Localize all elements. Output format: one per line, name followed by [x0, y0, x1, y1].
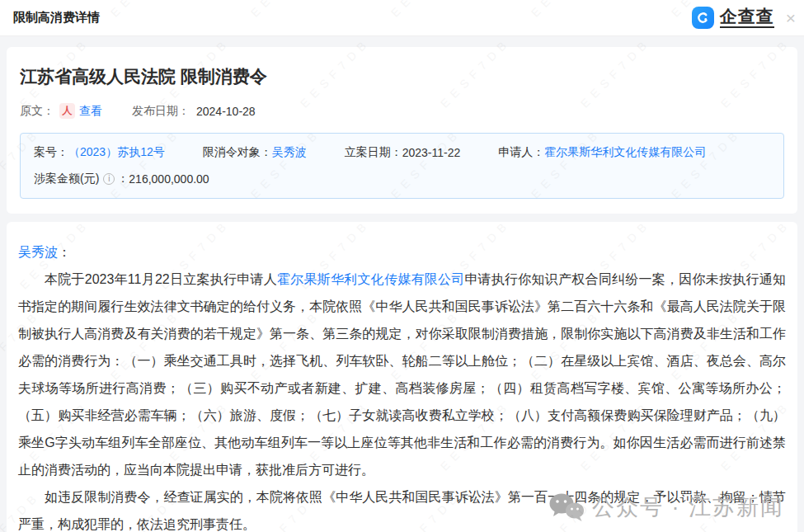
addressee-colon: ：	[58, 245, 71, 259]
applicant-label: 申请人：	[498, 145, 544, 160]
document-meta-row: 原文： 人 查看 发布日期： 2024-10-28	[20, 103, 784, 119]
addressee-person-link[interactable]: 吴秀波	[18, 245, 58, 259]
case-info-box: 案号： （2023）苏执12号 限消令对象： 吴秀波 立案日期： 2023-11…	[20, 133, 784, 199]
case-number-pair: 案号： （2023）苏执12号	[34, 145, 165, 160]
case-info-row-1: 案号： （2023）苏执12号 限消令对象： 吴秀波 立案日期： 2023-11…	[34, 145, 770, 160]
view-original-link[interactable]: 查看	[79, 104, 102, 119]
publish-date-label: 发布日期：	[132, 104, 190, 119]
target-label: 限消令对象：	[203, 145, 272, 160]
document-body-card: 吴秀波： 本院于2023年11月22日立案执行申请人霍尔果斯华利文化传媒有限公司…	[7, 222, 797, 532]
paragraph1-text-before: 本院于2023年11月22日立案执行申请人	[45, 272, 277, 286]
target-person-link[interactable]: 吴秀波	[272, 145, 307, 160]
page-title: 限制高消费详情	[13, 10, 100, 26]
applicant-pair: 申请人： 霍尔果斯华利文化传媒有限公司	[498, 145, 706, 160]
amount-pair: 涉案金额(元) i ： 216,000,000.00	[34, 172, 209, 186]
amount-label: 涉案金额(元)	[34, 172, 99, 186]
document-title: 江苏省高级人民法院 限制消费令	[20, 65, 784, 88]
paragraph1-company-link[interactable]: 霍尔果斯华利文化传媒有限公司	[277, 272, 464, 286]
addressee-line: 吴秀波：	[18, 238, 786, 266]
filing-date-label: 立案日期：	[345, 145, 402, 160]
qichacha-logo-icon	[692, 7, 714, 29]
document-header-card: 江苏省高级人民法院 限制消费令 原文： 人 查看 发布日期： 2024-10-2…	[7, 47, 797, 214]
amount-value: 216,000,000.00	[129, 172, 209, 186]
paragraph1-text-after: 申请执行你知识产权合同纠纷一案，因你未按执行通知书指定的期间履行生效法律文书确定…	[18, 272, 786, 477]
info-icon[interactable]: i	[103, 173, 115, 185]
applicant-company-link[interactable]: 霍尔果斯华利文化传媒有限公司	[544, 145, 706, 160]
body-paragraph-1: 本院于2023年11月22日立案执行申请人霍尔果斯华利文化传媒有限公司申请执行你…	[18, 266, 786, 483]
case-number-link[interactable]: （2023）苏执12号	[68, 145, 165, 160]
filing-date-pair: 立案日期： 2023-11-22	[345, 145, 461, 160]
original-label: 原文：	[20, 104, 54, 119]
filing-date-value: 2023-11-22	[402, 146, 461, 159]
close-icon[interactable]: ×	[786, 9, 796, 26]
topbar: 限制高消费详情 企查查 ×	[0, 0, 804, 36]
content-area: 江苏省高级人民法院 限制消费令 原文： 人 查看 发布日期： 2024-10-2…	[0, 36, 804, 532]
publish-date-value: 2024-10-28	[196, 105, 256, 118]
amount-colon: ：	[117, 172, 129, 186]
target-pair: 限消令对象： 吴秀波	[203, 145, 307, 160]
qichacha-logo-text: 企查查	[720, 7, 774, 28]
qichacha-logo[interactable]: 企查查	[692, 7, 774, 29]
case-number-label: 案号：	[34, 145, 68, 160]
case-info-row-2: 涉案金额(元) i ： 216,000,000.00	[34, 172, 770, 186]
body-paragraph-2: 如违反限制消费令，经查证属实的，本院将依照《中华人民共和国民事诉讼法》第一百一十…	[18, 483, 786, 532]
topbar-right: 企查查 ×	[692, 7, 796, 29]
pdf-file-icon[interactable]: 人	[59, 103, 75, 119]
